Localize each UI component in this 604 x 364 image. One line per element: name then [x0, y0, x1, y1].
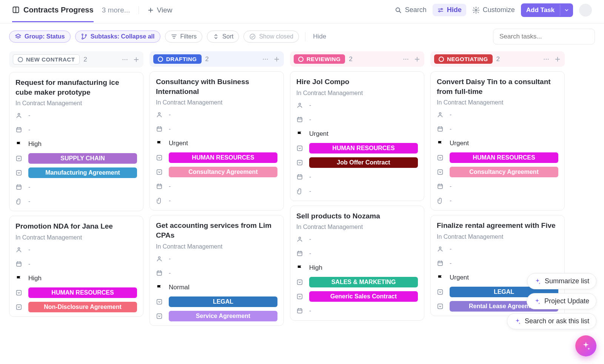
user-icon[interactable] [156, 255, 163, 263]
task-card[interactable]: Get accounting services from Lim CPAs In… [149, 215, 284, 326]
show-closed-pill[interactable]: Show closed [243, 31, 299, 43]
dropdown-icon[interactable] [437, 303, 444, 310]
subtasks-pill[interactable]: Subtasks: Collapse all [75, 31, 160, 43]
flag-icon[interactable] [15, 275, 23, 282]
flag-icon[interactable] [156, 140, 163, 147]
column-add-button[interactable] [554, 56, 561, 63]
dropdown-icon[interactable] [437, 288, 444, 296]
dropdown-icon[interactable] [296, 278, 304, 286]
task-card[interactable]: Consultancy with Business International … [149, 71, 284, 210]
tag-badge[interactable]: LEGAL [169, 296, 277, 307]
task-card[interactable]: Promotion NDA for Jana Lee In Contract M… [9, 216, 143, 317]
dropdown-icon[interactable] [15, 169, 23, 177]
hide-button[interactable]: Hide [433, 4, 466, 16]
status-pill[interactable]: NEGOTIATING [434, 54, 493, 64]
dropdown-icon[interactable] [156, 312, 163, 320]
user-icon[interactable] [15, 246, 23, 253]
dropdown-icon[interactable] [15, 289, 23, 296]
filters-pill[interactable]: Filters [165, 31, 203, 43]
calendar-icon[interactable] [437, 260, 444, 267]
calendar-icon[interactable] [156, 269, 163, 277]
ai-summarize-chip[interactable]: Summarize list [527, 273, 596, 289]
column-menu-button[interactable] [262, 56, 269, 63]
calendar-icon[interactable] [296, 307, 304, 315]
tag-badge[interactable]: SALES & MARKETING [309, 277, 418, 287]
calendar-icon[interactable] [15, 183, 23, 191]
column-menu-button[interactable] [543, 56, 550, 63]
dropdown-icon[interactable] [156, 168, 163, 176]
dropdown-icon[interactable] [15, 155, 23, 162]
hide-filters-link[interactable]: Hide [313, 33, 326, 40]
add-task-dropdown[interactable] [560, 5, 573, 16]
status-pill[interactable]: NEW CONTRACT [13, 54, 80, 65]
flag-icon[interactable] [156, 284, 163, 291]
calendar-icon[interactable] [156, 183, 163, 190]
search-tasks-input[interactable] [493, 29, 595, 45]
user-icon[interactable] [296, 235, 304, 243]
tag-badge[interactable]: Consultancy Agreement [169, 167, 277, 177]
flag-icon[interactable] [296, 264, 304, 272]
add-task-button[interactable]: Add Task [521, 3, 573, 17]
user-avatar[interactable] [579, 4, 592, 17]
tag-badge[interactable]: HUMAN RESOURCES [28, 287, 137, 298]
dropdown-icon[interactable] [296, 293, 304, 300]
task-card[interactable]: Sell products to Nozama In Contract Mana… [290, 206, 424, 321]
column-menu-button[interactable] [122, 56, 128, 63]
user-icon[interactable] [156, 111, 163, 118]
customize-button[interactable]: Customize [472, 6, 515, 14]
status-pill[interactable]: REVIEWING [294, 54, 345, 64]
flag-icon[interactable] [15, 140, 23, 148]
column-menu-button[interactable] [402, 56, 409, 63]
tag-badge[interactable]: Consultancy Agreement [450, 167, 558, 177]
tag-badge[interactable]: Job Offer Contract [309, 157, 418, 168]
more-views-tab[interactable]: 3 more... [102, 6, 130, 22]
ai-search-chip[interactable]: Search or ask this list [507, 313, 596, 329]
paperclip-icon[interactable] [15, 198, 23, 205]
flag-icon[interactable] [437, 274, 444, 281]
board-view-tab[interactable]: Contracts Progress [12, 6, 94, 22]
sort-pill[interactable]: Sort [207, 31, 239, 43]
ai-project-update-chip[interactable]: Project Update [527, 293, 596, 309]
task-card[interactable]: Request for manufacturing ice cube maker… [9, 72, 143, 211]
dropdown-icon[interactable] [15, 303, 23, 311]
calendar-icon[interactable] [15, 260, 23, 268]
paperclip-icon[interactable] [296, 187, 304, 195]
dropdown-icon[interactable] [156, 298, 163, 306]
tag-badge[interactable]: Non-Disclosure Agreement [28, 302, 137, 312]
dropdown-icon[interactable] [437, 154, 444, 161]
column-add-button[interactable] [414, 56, 421, 63]
ai-fab-button[interactable] [575, 335, 596, 341]
calendar-icon[interactable] [296, 116, 304, 123]
user-icon[interactable] [437, 111, 444, 118]
dropdown-icon[interactable] [156, 154, 163, 161]
tag-badge[interactable]: HUMAN RESOURCES [169, 152, 277, 163]
calendar-icon[interactable] [156, 125, 163, 133]
column-add-button[interactable] [133, 56, 140, 63]
tag-badge[interactable]: SUPPLY CHAIN [28, 153, 137, 164]
status-pill[interactable]: DRAFTING [153, 54, 202, 64]
tag-badge[interactable]: HUMAN RESOURCES [450, 152, 558, 163]
calendar-icon[interactable] [296, 173, 304, 181]
search-button[interactable]: Search [394, 6, 427, 14]
paperclip-icon[interactable] [437, 197, 444, 204]
column-add-button[interactable] [273, 56, 280, 63]
group-pill[interactable]: Group: Status [9, 31, 71, 43]
tag-badge[interactable]: HUMAN RESOURCES [309, 143, 418, 154]
tag-badge[interactable]: Service Agreement [169, 311, 277, 321]
tag-badge[interactable]: Generic Sales Contract [309, 291, 418, 302]
task-card[interactable]: Hire Jol Compo In Contract Management - … [290, 71, 424, 201]
dropdown-icon[interactable] [437, 168, 444, 176]
add-view-button[interactable]: View [147, 6, 173, 22]
tag-badge[interactable]: Manufacturing Agreement [28, 167, 137, 178]
task-card[interactable]: Convert Daisy Tin to a consultant from f… [430, 71, 565, 210]
user-icon[interactable] [437, 245, 444, 253]
calendar-icon[interactable] [296, 250, 304, 257]
calendar-icon[interactable] [15, 126, 23, 134]
dropdown-icon[interactable] [296, 159, 304, 166]
calendar-icon[interactable] [437, 183, 444, 190]
flag-icon[interactable] [437, 140, 444, 147]
user-icon[interactable] [296, 101, 304, 109]
paperclip-icon[interactable] [156, 197, 163, 204]
dropdown-icon[interactable] [296, 144, 304, 152]
flag-icon[interactable] [296, 130, 304, 138]
